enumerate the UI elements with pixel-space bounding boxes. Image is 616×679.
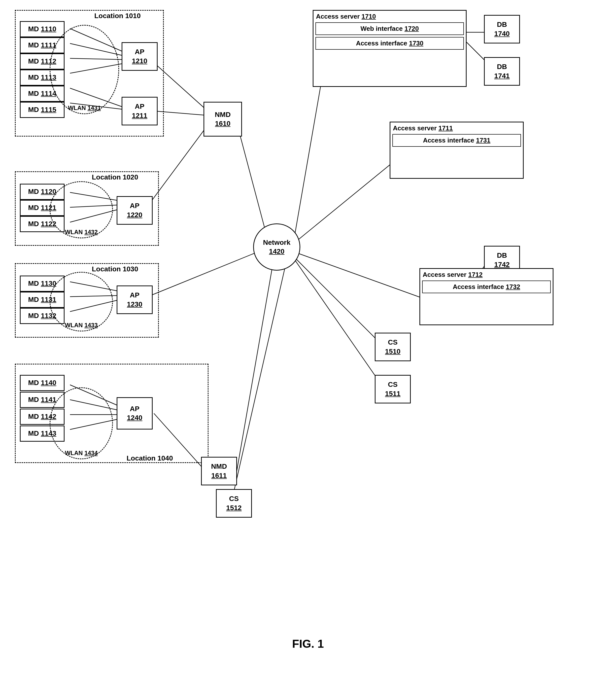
svg-line-27: [295, 159, 397, 242]
svg-line-19: [148, 251, 261, 297]
svg-line-25: [233, 266, 285, 494]
cs-1510: CS1510: [375, 333, 411, 361]
cs-1512: CS1512: [216, 489, 252, 518]
svg-line-23: [293, 256, 380, 343]
web-interface-1720: Web interface 1720: [315, 22, 464, 35]
nmd-1611: NMD1611: [201, 457, 237, 485]
ap-1220: AP1220: [117, 196, 152, 225]
access-interface-1730: Access interface 1730: [315, 37, 464, 50]
access-server-1712: Access server 1712 Access interface 1732: [419, 268, 553, 325]
location-1020-label: Location 1020: [92, 173, 138, 181]
wlan-1432: WLAN 1432: [49, 181, 113, 238]
location-1010-label: Location 1010: [94, 12, 141, 20]
db-1741: DB1741: [484, 57, 520, 86]
access-server-1710-title: Access server 1710: [313, 11, 466, 21]
access-server-1712-title: Access server 1712: [420, 269, 553, 280]
svg-line-24: [295, 261, 380, 382]
location-1040-label: Location 1040: [127, 454, 173, 462]
access-interface-1731: Access interface 1731: [392, 134, 521, 147]
wlan-1431: WLAN 1431: [49, 25, 119, 114]
location-1030-label: Location 1030: [92, 265, 138, 273]
diagram: Location 1010 MD 1110 MD 1111 MD 1112 MD…: [0, 0, 616, 658]
md-1110: MD 1110: [20, 21, 65, 37]
access-interface-1732: Access interface 1732: [422, 281, 551, 293]
svg-line-30: [467, 42, 486, 62]
md-1115: MD 1115: [20, 102, 65, 118]
access-server-1711-title: Access server 1711: [390, 122, 523, 133]
ap-1240: AP1240: [117, 397, 152, 429]
svg-line-28: [298, 253, 422, 298]
svg-line-26: [293, 74, 323, 246]
ap-1210: AP1210: [122, 42, 158, 71]
wlan-1433: WLAN 1433: [49, 272, 113, 331]
md-1140: MD 1140: [20, 375, 65, 391]
cs-1511: CS1511: [375, 375, 411, 403]
nmd-1610: NMD1610: [204, 102, 242, 136]
ap-1211: AP1211: [122, 97, 158, 125]
wlan-1434: WLAN 1434: [49, 387, 113, 459]
db-1740: DB1740: [484, 15, 520, 43]
ap-1230: AP1230: [117, 286, 152, 314]
svg-line-21: [236, 119, 268, 241]
figure-label: FIG. 1: [0, 637, 616, 650]
access-server-1710: Access server 1710 Web interface 1720 Ac…: [313, 10, 467, 87]
svg-line-22: [236, 263, 273, 477]
network-1420: Network1420: [253, 223, 300, 270]
access-server-1711: Access server 1711 Access interface 1731: [390, 122, 524, 179]
